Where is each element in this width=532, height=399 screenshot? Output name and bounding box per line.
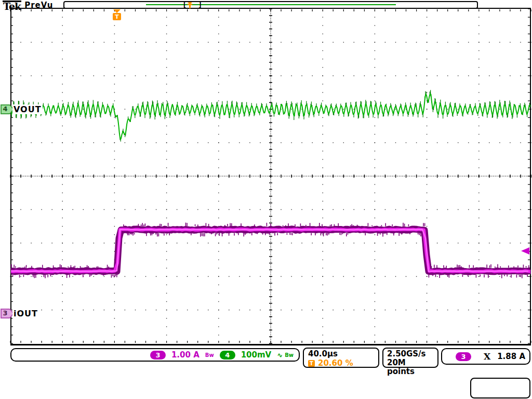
trigger-slope-icon: X bbox=[484, 351, 490, 362]
timebase-scale: 40.0µs bbox=[308, 350, 374, 358]
ch4-marker-number: 4 bbox=[1, 105, 10, 113]
datetime-box: 19 Oct 2021 16:08:41 bbox=[470, 378, 530, 398]
trigger-position-icon: T bbox=[308, 360, 315, 367]
acquisition-mode-label: PreVu bbox=[24, 1, 53, 10]
vout-label: VOUT bbox=[12, 104, 43, 114]
ch3-marker-number: 3 bbox=[1, 309, 10, 317]
tek-logo: Tek bbox=[3, 1, 21, 11]
scope-header: Tek PreVu bbox=[3, 1, 54, 11]
channel-scale-readout: 3 1.00 A Bw 4 100mV ∿ Bw bbox=[10, 348, 300, 362]
trigger-position-value: 20.60 % bbox=[318, 358, 353, 368]
ch3-scale-value: 1.00 A bbox=[171, 350, 200, 360]
record-view-bar[interactable]: [ ] bbox=[63, 1, 478, 9]
ch3-scale-badge: 3 bbox=[150, 351, 166, 360]
iout-label: iOUT bbox=[12, 309, 39, 318]
trigger-readout: 3 X 1.88 A bbox=[441, 348, 530, 365]
acquisition-readout: 2.50GS/s 20M points bbox=[382, 348, 438, 368]
ch4-scale-badge: 4 bbox=[220, 351, 235, 360]
sample-rate: 2.50GS/s bbox=[387, 350, 434, 358]
trigger-source-badge: 3 bbox=[456, 352, 471, 361]
ch3-bandwidth-icon: Bw bbox=[205, 352, 214, 358]
trigger-level-value: 1.88 A bbox=[497, 352, 525, 361]
ch4-coupling-icon: ∿ bbox=[277, 351, 283, 359]
record-length: 20M points bbox=[387, 358, 434, 376]
ch4-scale-value: 100mV bbox=[241, 350, 272, 360]
graticule bbox=[10, 8, 531, 345]
record-trigger-icon[interactable] bbox=[187, 2, 193, 8]
ch4-bandwidth-icon: Bw bbox=[285, 352, 294, 358]
timebase-readout: 40.0µs T 20.60 % bbox=[303, 348, 379, 368]
window-bracket-right[interactable]: ] bbox=[198, 1, 202, 9]
